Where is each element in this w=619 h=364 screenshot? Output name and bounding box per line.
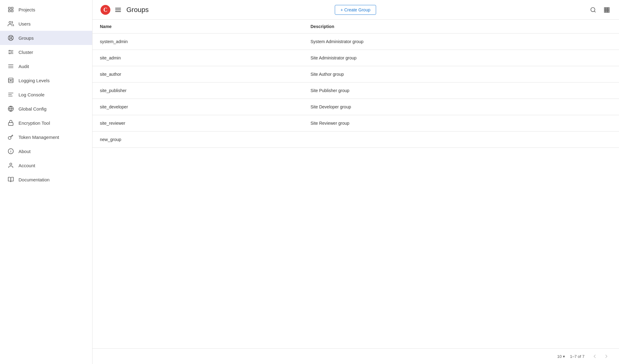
sidebar-item-documentation[interactable]: Documentation bbox=[0, 172, 92, 187]
svg-point-32 bbox=[10, 163, 12, 165]
column-header-name: Name bbox=[92, 20, 303, 34]
svg-rect-0 bbox=[9, 7, 10, 9]
sidebar-item-projects[interactable]: Projects bbox=[0, 2, 92, 17]
svg-rect-2 bbox=[9, 10, 10, 12]
svg-rect-27 bbox=[9, 123, 13, 125]
sidebar: Projects Users Groups bbox=[0, 0, 92, 364]
cell-name: site_reviewer bbox=[92, 115, 303, 131]
svg-rect-45 bbox=[608, 9, 609, 10]
cell-description: Site Administrator group bbox=[303, 50, 619, 66]
audit-icon bbox=[7, 63, 14, 70]
svg-point-14 bbox=[9, 50, 10, 51]
sidebar-item-groups[interactable]: Groups bbox=[0, 31, 92, 45]
cluster-icon bbox=[7, 49, 14, 55]
table-row[interactable]: site_developerSite Developer group bbox=[92, 99, 619, 115]
groups-icon bbox=[7, 34, 14, 41]
cell-description: Site Developer group bbox=[303, 99, 619, 115]
sidebar-item-logging-levels[interactable]: Logging Levels bbox=[0, 73, 92, 87]
sidebar-item-cluster[interactable]: Cluster bbox=[0, 45, 92, 59]
svg-rect-41 bbox=[606, 7, 607, 9]
column-header-description: Description bbox=[303, 20, 619, 34]
sidebar-item-account[interactable]: Account bbox=[0, 158, 92, 172]
table-row[interactable]: system_adminSystem Administrator group bbox=[92, 34, 619, 50]
cell-name: site_developer bbox=[92, 99, 303, 115]
svg-line-8 bbox=[11, 38, 13, 40]
sidebar-item-label: Logging Levels bbox=[18, 78, 50, 83]
documentation-icon bbox=[7, 176, 14, 183]
sidebar-item-users[interactable]: Users bbox=[0, 17, 92, 31]
svg-point-16 bbox=[9, 53, 10, 54]
pagination-info: 1–7 of 7 bbox=[570, 354, 584, 359]
cell-name: new_group bbox=[92, 131, 303, 148]
sidebar-item-label: Documentation bbox=[18, 177, 50, 182]
sidebar-item-audit[interactable]: Audit bbox=[0, 59, 92, 73]
sidebar-item-label: Cluster bbox=[18, 50, 33, 55]
sidebar-item-label: Log Console bbox=[18, 92, 44, 97]
sidebar-item-global-config[interactable]: Global Config bbox=[0, 102, 92, 116]
svg-line-7 bbox=[9, 36, 10, 37]
svg-point-4 bbox=[9, 22, 11, 24]
groups-table-container: Name Description system_adminSystem Admi… bbox=[92, 20, 619, 348]
menu-icon[interactable] bbox=[115, 6, 121, 13]
main-content: C Groups + Create Group bbox=[92, 0, 619, 364]
about-icon bbox=[7, 148, 14, 155]
search-button[interactable] bbox=[588, 5, 598, 15]
pagination: 10 ▾ 1–7 of 7 bbox=[92, 348, 619, 364]
table-row[interactable]: site_adminSite Administrator group bbox=[92, 50, 619, 66]
account-icon bbox=[7, 162, 14, 169]
svg-rect-3 bbox=[11, 10, 13, 12]
sidebar-item-log-console[interactable]: Log Console bbox=[0, 87, 92, 102]
apps-button[interactable] bbox=[602, 5, 612, 15]
table-row[interactable]: site_authorSite Author group bbox=[92, 66, 619, 83]
sidebar-item-label: About bbox=[18, 149, 31, 154]
per-page-select[interactable]: 10 ▾ bbox=[557, 354, 565, 359]
sidebar-item-encryption-tool[interactable]: Encryption Tool bbox=[0, 116, 92, 130]
users-icon bbox=[7, 20, 14, 27]
cell-description bbox=[303, 131, 619, 148]
sidebar-item-label: Projects bbox=[18, 7, 35, 12]
svg-line-10 bbox=[9, 38, 10, 40]
svg-rect-44 bbox=[606, 9, 607, 10]
svg-point-21 bbox=[10, 80, 11, 81]
svg-rect-47 bbox=[606, 11, 607, 12]
cell-name: site_publisher bbox=[92, 83, 303, 99]
grid-icon bbox=[7, 6, 14, 13]
svg-rect-43 bbox=[605, 9, 606, 10]
sidebar-item-about[interactable]: About bbox=[0, 144, 92, 158]
table-row[interactable]: site_publisherSite Publisher group bbox=[92, 83, 619, 99]
page-title: Groups bbox=[126, 6, 331, 14]
svg-rect-42 bbox=[608, 7, 609, 9]
cell-description: System Administrator group bbox=[303, 34, 619, 50]
header-actions: + Create Group bbox=[335, 5, 376, 15]
cell-name: site_admin bbox=[92, 50, 303, 66]
svg-rect-40 bbox=[605, 7, 606, 9]
sidebar-item-token-management[interactable]: Token Management bbox=[0, 130, 92, 144]
app-logo: C bbox=[100, 4, 111, 15]
sidebar-item-label: Global Config bbox=[18, 106, 47, 111]
log-console-icon bbox=[7, 91, 14, 98]
svg-text:C: C bbox=[104, 7, 108, 13]
sidebar-item-label: Encryption Tool bbox=[18, 120, 50, 126]
sidebar-item-label: Account bbox=[18, 163, 35, 168]
encryption-icon bbox=[7, 119, 14, 126]
table-row[interactable]: new_group bbox=[92, 131, 619, 148]
global-config-icon bbox=[7, 105, 14, 112]
token-icon bbox=[7, 134, 14, 140]
cell-description: Site Author group bbox=[303, 66, 619, 83]
per-page-value: 10 bbox=[557, 354, 562, 359]
pagination-nav bbox=[589, 352, 612, 360]
pagination-prev-button[interactable] bbox=[589, 352, 600, 360]
cell-name: system_admin bbox=[92, 34, 303, 50]
sidebar-item-label: Token Management bbox=[18, 135, 59, 140]
cell-name: site_author bbox=[92, 66, 303, 83]
table-row[interactable]: site_reviewerSite Reviewer group bbox=[92, 115, 619, 131]
sidebar-item-label: Audit bbox=[18, 64, 29, 69]
pagination-next-button[interactable] bbox=[601, 352, 612, 360]
header: C Groups + Create Group bbox=[92, 0, 619, 20]
logging-icon bbox=[7, 77, 14, 84]
create-group-button[interactable]: + Create Group bbox=[335, 5, 376, 15]
svg-point-15 bbox=[11, 51, 12, 52]
per-page-dropdown-icon: ▾ bbox=[563, 354, 565, 359]
table-header-row: Name Description bbox=[92, 20, 619, 34]
cell-description: Site Publisher group bbox=[303, 83, 619, 99]
